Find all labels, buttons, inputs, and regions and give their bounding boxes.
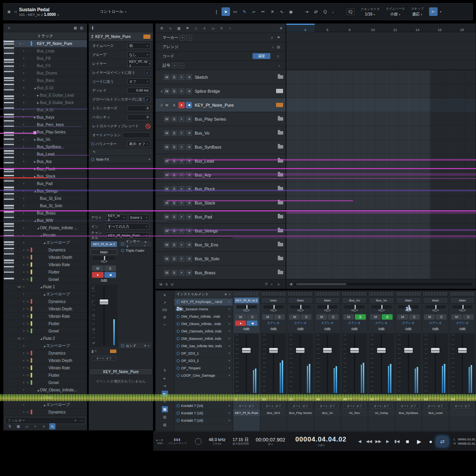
volume-fader[interactable] <box>396 333 421 395</box>
pan-slider[interactable] <box>263 305 284 308</box>
record-dot-icon[interactable]: ● <box>22 50 26 52</box>
power-icon[interactable] <box>177 322 180 325</box>
channel-output-tab[interactable]: Bus_Vo <box>342 297 367 304</box>
mute-button[interactable]: M <box>164 130 170 136</box>
notes-icon[interactable]: ♫ <box>193 25 199 31</box>
automation-mode[interactable]: オート: オフ <box>370 403 393 408</box>
chevron-down-icon[interactable]: ▾ <box>271 283 272 286</box>
note-fx-row[interactable]: Note FX + <box>89 156 153 163</box>
arrange-track-row[interactable]: M S Bus_St_Solo <box>156 252 286 266</box>
solo-button[interactable]: S <box>171 88 177 94</box>
arrange-lane-row[interactable]: 記号 + − ♪ <box>156 61 286 70</box>
solo-button[interactable]: S <box>355 314 366 320</box>
record-dot-icon[interactable]: ● <box>22 79 26 81</box>
hamburger-icon[interactable]: ≡ <box>162 398 168 405</box>
solo-button[interactable]: S <box>382 314 393 320</box>
volume-fader[interactable] <box>315 333 340 395</box>
loop-range-bracket[interactable] <box>286 24 315 32</box>
track-list-item[interactable]: 40 ● ∿ Flute 1 <box>3 283 87 291</box>
record-dot-icon[interactable]: ● <box>22 352 26 354</box>
resize-icon[interactable]: ⇕ <box>162 367 168 374</box>
mute-button[interactable]: M <box>451 314 462 320</box>
record-monitor-buttons[interactable] <box>234 320 259 326</box>
channel-output-tab[interactable]: Main <box>450 297 475 304</box>
arrange-track-row[interactable]: M S Bus_Brass <box>156 266 286 280</box>
solo-button[interactable]: S <box>171 200 177 206</box>
monitor-button[interactable] <box>186 88 192 94</box>
record-dot-icon[interactable]: ● <box>22 131 26 133</box>
mute-button[interactable]: M <box>235 314 246 320</box>
inspector-param-row[interactable]: オートメーション ✓ <box>89 131 153 140</box>
banks-icon[interactable]: ▸ <box>162 375 168 381</box>
track-list-item[interactable]: ● ∿ Dynamics <box>3 246 87 254</box>
channel-output-tab[interactable]: KEY_Pf_N..re 2 <box>234 297 259 304</box>
record-arm-button[interactable] <box>178 130 185 136</box>
instrument-item[interactable]: Kontakt 7 (16) ▼ <box>174 417 233 424</box>
inspector-param-row[interactable]: レトロスペクティブレコード ✓ <box>89 122 153 131</box>
retro-record-icon[interactable] <box>145 124 151 129</box>
rack-menu-icons[interactable]: ▼ + <box>224 293 230 296</box>
record-arm-button[interactable] <box>178 74 185 80</box>
remove-icon[interactable]: − <box>179 63 184 68</box>
monitor-button[interactable] <box>186 116 192 122</box>
param-empty-box[interactable] <box>123 132 151 138</box>
power-icon[interactable] <box>177 374 180 377</box>
split-tool-icon[interactable]: ✂ <box>259 7 267 16</box>
mute-button[interactable]: M <box>92 265 104 271</box>
fader-knob[interactable] <box>458 348 467 353</box>
channel-output-tab[interactable]: Main <box>396 297 421 304</box>
solo-button[interactable]: S <box>463 314 474 320</box>
inspector-param-row[interactable]: ベロシティ ✓ 0 <box>89 113 153 122</box>
lane-icon[interactable]: ▤ <box>277 45 280 49</box>
mute-button[interactable]: M <box>164 270 170 276</box>
arrange-track-row[interactable]: 1 M S Splice Bridge <box>156 84 286 98</box>
monitor-button[interactable] <box>186 74 192 80</box>
channel-name[interactable]: Bus_SynBass <box>395 410 422 416</box>
master-solo[interactable]: S <box>166 282 168 286</box>
monitor-button[interactable] <box>186 102 192 108</box>
record-button[interactable]: ● <box>425 436 436 447</box>
pan-slider[interactable] <box>317 305 338 308</box>
track-list-item[interactable]: 41 ● ∿ Flute 2 <box>3 335 87 342</box>
expand-arrow-icon[interactable] <box>36 101 40 104</box>
automation-mode[interactable]: オート: オフ <box>451 403 474 408</box>
expand-arrow-icon[interactable] <box>36 94 40 97</box>
record-arm-button[interactable] <box>178 228 185 234</box>
channel-output-tab[interactable]: Main <box>261 297 286 304</box>
record-dot-icon[interactable]: ● <box>22 145 26 148</box>
mute-tool-icon[interactable]: ✕ <box>268 7 277 16</box>
automation-icon[interactable]: ∿ <box>167 25 173 31</box>
inspector-param-row[interactable]: タイムベース 拍 ✓ <box>89 42 153 50</box>
mute-button[interactable]: M <box>164 144 170 150</box>
track-list-item[interactable]: ● ∿ エンベロープ <box>3 239 87 246</box>
record-arm-button[interactable] <box>178 144 185 150</box>
mixer-channel-strip[interactable]: Bus_Vo <C> M S ステレオ 0dB <box>341 291 368 431</box>
track-list-item[interactable]: ● ∿ Bus_Strings <box>3 187 87 195</box>
add-track-icon[interactable]: + <box>280 26 282 31</box>
power-icon[interactable] <box>121 242 124 246</box>
sort-icon[interactable]: ⇅ <box>7 423 13 429</box>
pan-value[interactable]: <C> <box>288 308 313 313</box>
arrow-end-icon[interactable]: ⇥ <box>162 383 168 389</box>
levels-icon[interactable]: ▥ <box>162 414 168 420</box>
arrange-track-row[interactable]: M S Bus_Stack <box>156 196 286 210</box>
metronome-icon[interactable]: ♩ <box>330 7 339 16</box>
chevron-down-icon[interactable]: ▼ <box>228 338 230 340</box>
chevron-down-icon[interactable]: ▼ <box>228 352 230 355</box>
record-dot-icon[interactable]: ● <box>22 101 26 104</box>
power-icon[interactable] <box>121 344 124 347</box>
mute-button[interactable]: M <box>164 102 170 108</box>
track-list-item[interactable]: ● ∿ エンベロープ <box>3 291 87 298</box>
pan-value[interactable]: <C> <box>90 260 118 265</box>
stop-button[interactable]: ■ <box>402 436 413 447</box>
record-dot-icon[interactable]: ● <box>22 197 26 199</box>
input-dropdown[interactable]: すべての入力 <box>106 223 149 230</box>
track-list-item[interactable]: ● ∿ Bus_WW <box>3 217 87 224</box>
channel-name[interactable]: KEY_Pf_N..Pure <box>233 410 260 416</box>
track-list-item[interactable]: ● ∿ Bus_Keys <box>3 114 87 121</box>
record-dot-icon[interactable]: ● <box>22 403 26 406</box>
pan-value[interactable]: <C> <box>315 308 340 313</box>
chevron-down-icon[interactable]: ▼ <box>228 330 230 332</box>
expand-arrow-icon[interactable] <box>33 190 37 192</box>
mute-button[interactable]: M <box>164 214 170 220</box>
